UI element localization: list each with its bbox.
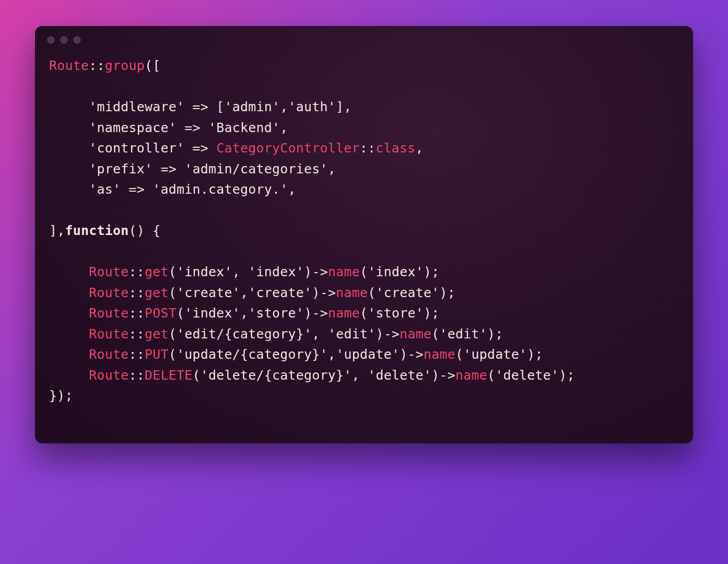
token-punct: );: [424, 264, 440, 279]
token-punct: )->: [431, 368, 455, 383]
token-fn: name: [400, 326, 431, 342]
token-key: 'as': [89, 182, 121, 197]
token-punct: ,: [328, 161, 336, 177]
token-class: Route: [89, 326, 128, 342]
token-punct: ,: [240, 306, 248, 321]
token-punct: ,: [240, 285, 248, 300]
token-punct: ::: [129, 306, 145, 321]
token-punct: ::: [129, 285, 145, 300]
token-punct: ,: [352, 368, 368, 383]
token-plain: =>: [121, 182, 152, 197]
token-plain: =>: [177, 120, 208, 135]
token-punct: (: [360, 264, 368, 279]
token-punct: ],: [49, 223, 65, 238]
token-const: class: [375, 140, 415, 156]
token-key: 'prefix': [89, 161, 152, 177]
token-fn: name: [336, 285, 368, 300]
token-fn: name: [455, 368, 487, 383]
token-string: 'index': [184, 306, 240, 321]
token-punct: (: [169, 347, 177, 362]
token-punct: [: [216, 99, 224, 114]
token-punct: );: [439, 285, 455, 300]
token-punct: () {: [129, 223, 161, 238]
token-punct: (: [169, 285, 177, 300]
token-punct: ::: [129, 347, 145, 362]
token-punct: );: [559, 368, 575, 383]
token-punct: )->: [400, 347, 424, 362]
token-plain: =>: [184, 140, 216, 156]
token-punct: (: [360, 306, 368, 321]
token-fn: DELETE: [145, 368, 193, 383]
token-punct: (: [169, 326, 177, 342]
token-const: CategoryController: [216, 140, 360, 156]
token-string: 'create': [177, 285, 240, 300]
token-punct: ([: [145, 58, 161, 73]
token-fn: get: [145, 264, 169, 279]
token-string: 'update/{category}': [177, 347, 328, 362]
token-string: 'delete/{category}': [201, 368, 352, 383]
token-punct: (: [368, 285, 375, 300]
token-punct: (: [177, 306, 184, 321]
token-punct: )->: [304, 306, 328, 321]
token-string: 'index': [177, 264, 232, 279]
token-string: 'create': [375, 285, 439, 300]
token-punct: ],: [336, 99, 352, 114]
token-fn: name: [328, 306, 360, 321]
token-punct: )->: [304, 264, 328, 279]
token-punct: ::: [129, 368, 145, 383]
token-punct: )->: [375, 326, 400, 342]
token-fn: name: [328, 264, 360, 279]
token-string: 'index': [368, 264, 424, 279]
token-string: 'edit/{category}': [177, 326, 312, 342]
token-key: 'controller': [89, 140, 184, 156]
token-string: 'edit': [328, 326, 376, 342]
token-punct: ,: [312, 326, 328, 342]
token-string: 'auth': [288, 99, 336, 114]
token-class: Route: [49, 58, 89, 73]
token-string: 'store': [368, 306, 424, 321]
token-fn: name: [424, 347, 455, 362]
token-class: Route: [89, 285, 128, 300]
token-punct: (: [431, 326, 439, 342]
token-punct: (: [169, 264, 177, 279]
token-string: 'admin.category.': [152, 182, 288, 197]
token-string: 'admin': [225, 99, 280, 114]
token-keyword: function: [65, 223, 129, 238]
token-fn: get: [145, 326, 169, 342]
token-punct: ,: [280, 99, 288, 114]
token-string: 'delete': [495, 368, 559, 383]
token-punct: ::: [360, 140, 376, 156]
token-punct: ::: [129, 264, 145, 279]
token-class: Route: [89, 306, 128, 321]
token-punct: );: [424, 306, 440, 321]
token-string: 'index': [248, 264, 304, 279]
token-punct: ::: [89, 58, 105, 73]
token-fn: group: [105, 58, 145, 73]
token-string: 'update': [463, 347, 527, 362]
token-fn: POST: [145, 306, 177, 321]
token-class: Route: [89, 264, 128, 279]
code-window: Route::group([ 'middleware' => ['admin',…: [35, 26, 693, 443]
token-punct: ,: [416, 140, 424, 156]
token-punct: });: [49, 388, 73, 403]
token-punct: ::: [129, 326, 145, 342]
token-key: 'namespace': [89, 120, 177, 135]
token-string: 'store': [248, 306, 304, 321]
token-string: 'create': [248, 285, 312, 300]
window-control-close[interactable]: [47, 36, 55, 44]
token-class: Route: [89, 368, 128, 383]
token-punct: (: [193, 368, 201, 383]
token-key: 'middleware': [89, 99, 184, 114]
token-string: 'delete': [368, 368, 431, 383]
token-punct: );: [487, 326, 503, 342]
token-string: 'Backend': [208, 120, 280, 135]
window-control-zoom[interactable]: [73, 36, 81, 44]
token-string: 'edit': [439, 326, 487, 342]
token-punct: );: [527, 347, 543, 362]
code-content: Route::group([ 'middleware' => ['admin',…: [49, 55, 679, 406]
token-punct: ,: [328, 347, 336, 362]
window-control-minimize[interactable]: [60, 36, 68, 44]
token-punct: ,: [280, 120, 288, 135]
token-punct: (: [455, 347, 463, 362]
token-class: Route: [89, 347, 128, 362]
